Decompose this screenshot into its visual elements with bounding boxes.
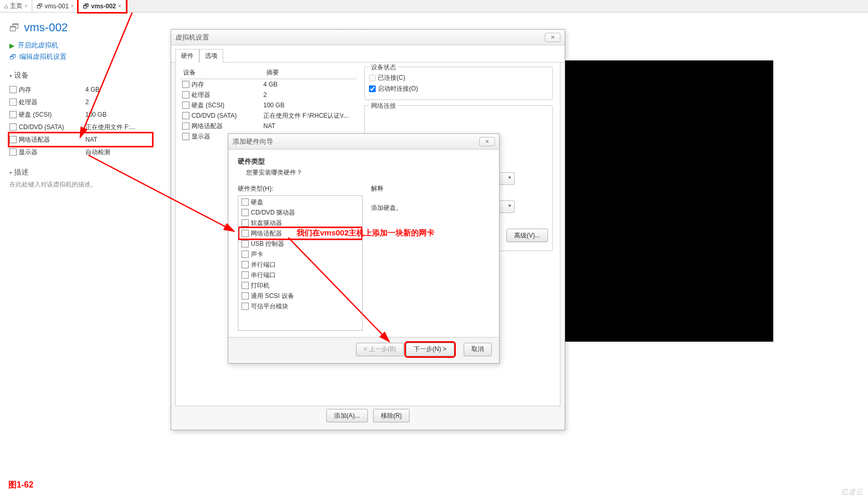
hw-item-cddvd[interactable]: CD/DVD 驱动器 bbox=[239, 207, 361, 218]
scsi-icon bbox=[241, 292, 249, 300]
hw-item-scsi[interactable]: 通用 SCSI 设备 bbox=[239, 291, 361, 301]
hw-item-disk[interactable]: 硬盘 bbox=[239, 197, 361, 207]
side-panel: 🗗 vms-002 ▶ 开启此虚拟机 🗗 编辑虚拟机设置 设备 内存4 GB 处… bbox=[0, 13, 161, 194]
vm-icon: 🗗 bbox=[9, 22, 20, 34]
hw-label: 通用 SCSI 设备 bbox=[251, 292, 294, 301]
parallel-icon bbox=[241, 261, 249, 268]
row-network[interactable]: 网络适配器NAT bbox=[180, 121, 357, 131]
dev-name: 处理器 bbox=[19, 98, 37, 107]
tab-bar: ⌂ 主页 × 🗗 vms-001 × 🗗 vms-002 × bbox=[0, 0, 868, 13]
vm-title: 🗗 vms-002 bbox=[9, 21, 152, 34]
dev-val: 4 GB bbox=[85, 86, 99, 93]
device-table-head: 设备 摘要 bbox=[180, 67, 357, 79]
wizard-title-text: 添加硬件向导 bbox=[233, 137, 273, 146]
next-button[interactable]: 下一步(N) > bbox=[406, 343, 454, 356]
display-icon bbox=[9, 148, 17, 156]
add-button[interactable]: 添加(A)... bbox=[326, 409, 368, 422]
dev-val: NAT bbox=[85, 136, 97, 143]
devices-head-text: 设备 bbox=[14, 71, 29, 80]
row-name: 显示器 bbox=[192, 132, 210, 141]
tab-vms-001[interactable]: 🗗 vms-001 × bbox=[32, 0, 79, 12]
row-cddvd[interactable]: CD/DVD (SATA)正在使用文件 F:\RHCE认证\r... bbox=[180, 110, 357, 121]
hw-list-column: 硬件类型(H): 硬盘 CD/DVD 驱动器 软盘驱动器 网络适配器 USB 控… bbox=[238, 184, 363, 331]
sound-icon bbox=[241, 251, 249, 258]
settings-titlebar: 虚拟机设置 ✕ bbox=[171, 30, 565, 45]
tab-vms-002[interactable]: 🗗 vms-002 × bbox=[79, 0, 126, 12]
connect-poweron-checkbox[interactable]: 启动时连接(O) bbox=[369, 84, 548, 93]
tab-hardware[interactable]: 硬件 bbox=[175, 49, 199, 63]
settings-tabs: 硬件 选项 bbox=[171, 45, 565, 63]
device-cddvd[interactable]: CD/DVD (SATA)正在使用文件 F:... bbox=[9, 121, 152, 133]
hw-item-floppy[interactable]: 软盘驱动器 bbox=[239, 218, 361, 228]
disk-icon bbox=[182, 102, 189, 109]
edit-settings-action[interactable]: 🗗 编辑虚拟机设置 bbox=[9, 52, 152, 61]
hw-item-tpm[interactable]: 可信平台模块 bbox=[239, 301, 361, 311]
device-cpu[interactable]: 处理器2 bbox=[9, 96, 152, 108]
cd-icon bbox=[241, 209, 249, 216]
explain-label: 解释 bbox=[371, 184, 402, 193]
usb-icon bbox=[241, 240, 249, 247]
settings-title-text: 虚拟机设置 bbox=[175, 33, 209, 42]
close-icon[interactable]: ✕ bbox=[545, 33, 560, 42]
col-device: 设备 bbox=[180, 67, 263, 79]
desc-section-head[interactable]: 描述 bbox=[9, 168, 152, 177]
device-status-group: 设备状态 已连接(C) 启动时连接(O) bbox=[364, 67, 553, 100]
device-network[interactable]: 网络适配器NAT bbox=[9, 133, 152, 146]
power-on-label: 开启此虚拟机 bbox=[18, 41, 58, 50]
cancel-button[interactable]: 取消 bbox=[464, 343, 492, 356]
hw-item-sound[interactable]: 声卡 bbox=[239, 249, 361, 259]
net-head: 网络连接 bbox=[369, 102, 398, 110]
network-icon bbox=[9, 136, 17, 143]
dev-name: 显示器 bbox=[19, 148, 37, 157]
power-on-action[interactable]: ▶ 开启此虚拟机 bbox=[9, 41, 152, 50]
edit-icon: 🗗 bbox=[9, 53, 16, 61]
vm-preview bbox=[565, 60, 773, 342]
hw-list-label: 硬件类型(H): bbox=[238, 184, 363, 193]
hw-item-printer[interactable]: 打印机 bbox=[239, 280, 361, 291]
dev-name: CD/DVD (SATA) bbox=[19, 123, 64, 131]
tab-home[interactable]: ⌂ 主页 × bbox=[0, 0, 32, 12]
advanced-button[interactable]: 高级(V)... bbox=[506, 229, 548, 242]
hw-item-parallel[interactable]: 并行端口 bbox=[239, 259, 361, 270]
dev-val: 2 bbox=[85, 98, 89, 106]
hw-label: 串行端口 bbox=[251, 271, 276, 280]
close-icon[interactable]: × bbox=[24, 3, 28, 9]
hw-label: USB 控制器 bbox=[251, 240, 284, 248]
dev-name: 硬盘 (SCSI) bbox=[19, 110, 52, 119]
row-cpu[interactable]: 处理器2 bbox=[180, 90, 357, 100]
hardware-type-list[interactable]: 硬盘 CD/DVD 驱动器 软盘驱动器 网络适配器 USB 控制器 声卡 并行端… bbox=[238, 195, 363, 331]
device-disk[interactable]: 硬盘 (SCSI)100 GB bbox=[9, 108, 152, 121]
close-icon[interactable]: × bbox=[118, 3, 121, 9]
dev-name: 网络适配器 bbox=[19, 135, 50, 144]
tab-options[interactable]: 选项 bbox=[199, 49, 223, 63]
device-display[interactable]: 显示器自动检测 bbox=[9, 146, 152, 158]
device-memory[interactable]: 内存4 GB bbox=[9, 83, 152, 96]
chk-label: 启动时连接(O) bbox=[378, 84, 418, 93]
close-icon[interactable]: ✕ bbox=[479, 137, 495, 146]
cpu-icon bbox=[9, 98, 17, 106]
row-memory[interactable]: 内存4 GB bbox=[180, 79, 357, 90]
connected-checkbox[interactable]: 已连接(C) bbox=[369, 73, 548, 82]
dev-val: 自动检测 bbox=[85, 148, 110, 157]
row-disk[interactable]: 硬盘 (SCSI)100 GB bbox=[180, 100, 357, 110]
dev-val: 正在使用文件 F:... bbox=[85, 123, 135, 132]
add-hardware-wizard: 添加硬件向导 ✕ 硬件类型 您要安装哪类硬件？ 硬件类型(H): 硬盘 CD/D… bbox=[228, 133, 500, 364]
hw-label: 硬盘 bbox=[251, 198, 263, 207]
wizard-body: 硬件类型 您要安装哪类硬件？ 硬件类型(H): 硬盘 CD/DVD 驱动器 软盘… bbox=[228, 149, 499, 337]
hw-item-serial[interactable]: 串行端口 bbox=[239, 270, 361, 280]
tab-label: 主页 bbox=[10, 2, 22, 10]
hw-label: 打印机 bbox=[251, 281, 270, 290]
vm-icon: 🗗 bbox=[36, 3, 43, 10]
network-icon bbox=[182, 122, 189, 130]
watermark: 亿速云 bbox=[841, 488, 863, 497]
floppy-icon bbox=[241, 219, 249, 227]
remove-button[interactable]: 移除(R) bbox=[373, 409, 410, 422]
col-summary: 摘要 bbox=[263, 67, 357, 79]
description-placeholder[interactable]: 在此处键入对该虚拟机的描述。 bbox=[9, 180, 152, 189]
status-head: 设备状态 bbox=[369, 63, 398, 72]
wizard-sub: 您要安装哪类硬件？ bbox=[246, 168, 490, 177]
devices-section-head[interactable]: 设备 bbox=[9, 71, 152, 80]
hw-item-usb[interactable]: USB 控制器 bbox=[239, 239, 361, 249]
dev-name: 内存 bbox=[19, 85, 31, 94]
close-icon[interactable]: × bbox=[71, 3, 74, 9]
